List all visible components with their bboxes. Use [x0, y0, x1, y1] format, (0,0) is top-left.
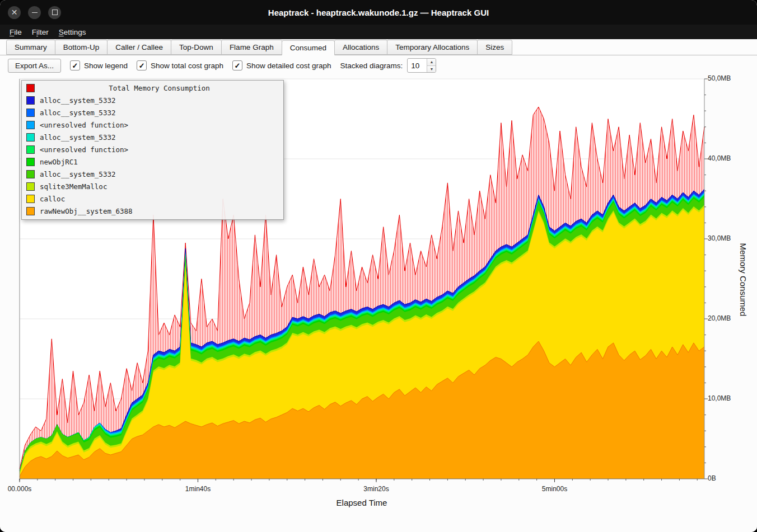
y-tick-label: 20,0MB	[708, 314, 731, 322]
legend-swatch	[26, 195, 35, 203]
tab-bottom-up[interactable]: Bottom-Up	[55, 40, 108, 55]
legend-label: calloc	[40, 195, 65, 203]
legend-item: calloc	[22, 192, 283, 205]
checkbox-group: ✓Show legend✓Show total cost graph✓Show …	[70, 60, 331, 70]
menu-file[interactable]: File	[4, 26, 27, 38]
x-tick-label: 1min40s	[185, 485, 211, 493]
y-axis-title: Memory Consumed	[739, 243, 748, 317]
window-controls: ✕	[8, 0, 68, 25]
window-title: Heaptrack - heaptrack.wakunode.1.gz — He…	[0, 8, 757, 17]
legend-swatch-total	[26, 84, 35, 92]
legend-title-row: Total Memory Consumption	[22, 82, 283, 94]
x-tick-label: 3min20s	[363, 485, 389, 493]
legend-item: newObjRC1	[22, 156, 283, 168]
legend-item: alloc__system_5332	[22, 168, 283, 180]
y-tick-label: 50,0MB	[708, 74, 731, 82]
legend-label: rawNewObj__system_6388	[40, 207, 133, 215]
checkbox-label: Show total cost graph	[151, 62, 223, 70]
checkbox-icon: ✓	[232, 60, 242, 70]
legend-swatch	[26, 170, 35, 178]
legend-swatch	[26, 158, 35, 166]
checkbox-icon: ✓	[137, 60, 147, 70]
chart-pane: Total Memory Consumption alloc__system_5…	[0, 73, 757, 532]
legend-label: alloc__system_5332	[40, 109, 115, 117]
tab-sizes[interactable]: Sizes	[477, 40, 512, 55]
legend-swatch	[26, 121, 35, 129]
y-tick-label: 30,0MB	[708, 234, 731, 242]
legend-item: alloc__system_5332	[22, 131, 283, 143]
legend-item: rawNewObj__system_6388	[22, 205, 283, 217]
legend-swatch	[26, 133, 35, 142]
legend-item: alloc__system_5332	[22, 106, 283, 119]
legend-swatch	[26, 109, 35, 117]
legend-swatch	[26, 182, 35, 191]
checkbox-icon: ✓	[70, 60, 80, 70]
legend-label: <unresolved function>	[40, 121, 128, 129]
x-tick-label: 00.000s	[8, 485, 32, 493]
y-tick-label: 0B	[708, 474, 716, 482]
legend-item: alloc__system_5332	[22, 94, 283, 106]
checkbox-label: Show legend	[84, 62, 128, 70]
export-as-button[interactable]: Export As...	[8, 59, 61, 73]
tab-caller-callee[interactable]: Caller / Callee	[107, 40, 171, 55]
tab-flame-graph[interactable]: Flame Graph	[221, 40, 282, 55]
checkbox-show-legend[interactable]: ✓Show legend	[70, 60, 128, 70]
minimize-button[interactable]	[28, 6, 41, 19]
titlebar: ✕ Heaptrack - heaptrack.wakunode.1.gz — …	[0, 0, 757, 25]
heaptrack-window: ✕ Heaptrack - heaptrack.wakunode.1.gz — …	[0, 0, 757, 532]
stacked-diagrams-value: 10	[408, 59, 427, 72]
legend-label: alloc__system_5332	[40, 133, 115, 142]
x-tick-label: 5min00s	[542, 485, 567, 493]
maximize-icon	[52, 10, 58, 15]
checkbox-show-total-cost-graph[interactable]: ✓Show total cost graph	[137, 60, 223, 70]
checkbox-label: Show detailed cost graph	[246, 62, 331, 70]
menu-bar: FileFilterSettings	[0, 25, 757, 39]
tab-allocations[interactable]: Allocations	[334, 40, 387, 55]
maximize-button[interactable]	[48, 6, 61, 19]
stacked-diagrams-spinbox[interactable]: 10 ▲ ▼	[407, 58, 436, 73]
minimize-icon	[32, 12, 38, 13]
y-tick-label: 10,0MB	[708, 394, 731, 402]
legend-label: alloc__system_5332	[40, 96, 115, 105]
menu-settings[interactable]: Settings	[54, 26, 91, 38]
legend-label: sqlite3MemMalloc	[40, 182, 107, 191]
y-tick-label: 40,0MB	[708, 154, 731, 162]
chart-legend: Total Memory Consumption alloc__system_5…	[21, 80, 284, 220]
tab-consumed[interactable]: Consumed	[282, 40, 335, 55]
stacked-diagrams-label: Stacked diagrams:	[340, 62, 403, 70]
menu-filter[interactable]: Filter	[27, 26, 54, 38]
tab-top-down[interactable]: Top-Down	[171, 40, 222, 55]
spin-down-button[interactable]: ▼	[427, 66, 436, 73]
legend-items: alloc__system_5332alloc__system_5332<unr…	[22, 94, 283, 217]
x-axis-title: Elapsed Time	[337, 498, 387, 507]
legend-label: newObjRC1	[40, 158, 78, 166]
legend-item: <unresolved function>	[22, 119, 283, 131]
legend-swatch	[26, 207, 35, 215]
legend-swatch	[26, 145, 35, 154]
legend-swatch	[26, 96, 35, 105]
legend-title: Total Memory Consumption	[40, 84, 279, 92]
close-button[interactable]: ✕	[8, 6, 21, 19]
spin-up-button[interactable]: ▲	[427, 59, 436, 66]
tab-summary[interactable]: Summary	[6, 40, 55, 55]
legend-item: <unresolved function>	[22, 143, 283, 156]
checkbox-show-detailed-cost-graph[interactable]: ✓Show detailed cost graph	[232, 60, 331, 70]
legend-label: <unresolved function>	[40, 145, 128, 154]
legend-item: sqlite3MemMalloc	[22, 180, 283, 192]
legend-label: alloc__system_5332	[40, 170, 115, 178]
tab-temporary-allocations[interactable]: Temporary Allocations	[387, 40, 478, 55]
tab-bar: SummaryBottom-UpCaller / CalleeTop-DownF…	[0, 39, 757, 55]
